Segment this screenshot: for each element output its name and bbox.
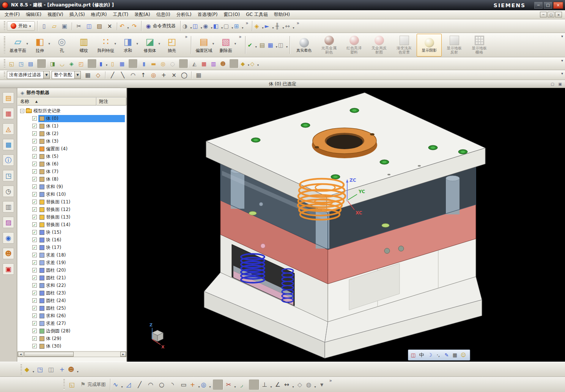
sketch-environment-icon[interactable]: ◱ — [67, 379, 77, 390]
display-constraints-icon[interactable]: ◍ — [305, 379, 316, 390]
tree-row[interactable]: 求差 (27) — [17, 320, 126, 327]
toolbar-handle[interactable] — [4, 21, 5, 31]
selection-scope-combo[interactable]: 整个装配 ▼ — [52, 71, 81, 79]
measure-tool-icon[interactable]: ◫ — [278, 40, 288, 50]
chain-tool-icon[interactable]: ◌ — [168, 59, 177, 68]
thread-button[interactable]: ▥ 螺纹 — [73, 34, 95, 56]
checkbox-icon[interactable] — [32, 276, 37, 280]
cut-icon[interactable]: ✂ — [74, 21, 84, 31]
tree-row[interactable]: 体 (0) — [17, 115, 126, 122]
toolbar-icon[interactable] — [117, 22, 117, 30]
floor-reflection-button[interactable]: 显示地板反射 — [442, 34, 467, 57]
tree-row[interactable]: 替换面 (12) — [17, 206, 126, 213]
overflow-chevron[interactable]: » — [185, 33, 187, 39]
visualization-icon[interactable]: ◈ — [254, 21, 264, 31]
circle-icon[interactable]: ○ — [156, 379, 167, 390]
checkbox-icon[interactable] — [32, 245, 37, 250]
angle-constraint-icon[interactable]: ∠ — [272, 379, 283, 390]
status-pane-icon[interactable]: ▢ — [549, 81, 556, 87]
combo-arrow-icon[interactable]: ▼ — [43, 71, 49, 79]
tree-row[interactable]: 替换面 (11) — [17, 198, 126, 206]
toolbar-handle[interactable] — [20, 364, 22, 375]
ruler-icon[interactable]: ↔ — [285, 21, 294, 31]
window-tile-icon[interactable]: ◫ — [46, 364, 56, 375]
toolbar-icon[interactable] — [230, 59, 238, 68]
show-shadow-button[interactable]: 显示阴影 — [417, 34, 442, 57]
tree-row[interactable]: 体 (29) — [17, 335, 126, 342]
part-families-icon[interactable]: ▥ — [209, 59, 218, 68]
true-shading-button[interactable]: 真实着色 — [291, 34, 316, 57]
snap-midpoint-icon[interactable]: ╲ — [118, 70, 127, 80]
checkbox-icon[interactable] — [32, 146, 37, 151]
arc-icon[interactable]: ◠ — [145, 379, 156, 390]
checkbox-icon[interactable] — [32, 154, 37, 159]
fillet-icon[interactable]: ◝ — [167, 379, 178, 390]
fit-view-icon[interactable]: ◉ — [203, 21, 212, 31]
menu-assemblies[interactable]: 装配(A) — [131, 10, 153, 19]
sketch-tool-icon[interactable] — [213, 379, 223, 390]
unite-button[interactable]: ◨ 求和 — [117, 34, 139, 56]
reuse-library-icon[interactable]: ▩ — [3, 139, 14, 150]
menu-edit[interactable]: 编辑(E) — [23, 10, 44, 19]
menu-preferences[interactable]: 首选项(P) — [195, 10, 221, 19]
checkbox-icon[interactable] — [32, 268, 37, 272]
checkbox-icon[interactable] — [32, 283, 37, 288]
copy-icon[interactable]: ◫ — [85, 21, 94, 31]
checkbox-icon[interactable] — [32, 116, 37, 121]
constraint-navigator-icon[interactable]: ▦ — [3, 108, 14, 119]
overflow-chevron[interactable]: » — [329, 377, 332, 383]
new-window-icon[interactable]: ⊞ — [234, 21, 243, 31]
team-roles-icon[interactable]: ☻ — [68, 364, 79, 375]
snap-icon[interactable] — [191, 71, 192, 79]
wcs-icon[interactable]: ◆ — [241, 59, 249, 68]
pane-icon[interactable]: ▢ — [223, 21, 233, 31]
line-icon[interactable]: ╱ — [134, 379, 145, 390]
checkbox-icon[interactable] — [32, 336, 37, 341]
annotation-grid-icon[interactable]: ▦ — [200, 59, 208, 68]
capsule-tool-icon[interactable]: ▬ — [149, 59, 158, 68]
graphics-viewport[interactable]: ZC YC XC Z X ◫中☽·,✎▦☺ — [127, 88, 565, 362]
tree-row[interactable]: 体 (1) — [17, 122, 126, 130]
toolbar-handle[interactable] — [63, 379, 65, 390]
menu-gc-toolbox[interactable]: GC 工具箱 — [243, 10, 271, 19]
toolbar-icon[interactable] — [129, 59, 137, 68]
cube-view-icon[interactable]: ◧ — [213, 21, 223, 31]
pattern-feature-button[interactable]: ∷ 阵列特征 — [95, 34, 117, 56]
grid-tool-icon[interactable]: ▦ — [268, 40, 277, 50]
layer-settings-icon[interactable]: ▤ — [26, 59, 35, 68]
toolbar-handle[interactable] — [4, 59, 5, 68]
snap-pole-icon[interactable]: ↑ — [138, 70, 148, 80]
redo-icon[interactable]: ↷ — [130, 21, 139, 31]
tree-row[interactable]: 体 (8) — [17, 175, 126, 183]
expression-table-icon[interactable]: ▦ — [118, 59, 126, 68]
checkbox-icon[interactable] — [32, 200, 37, 204]
hole-button[interactable]: ◎ 孔 — [51, 34, 73, 56]
undo-icon[interactable]: ↶ — [120, 21, 129, 31]
trim-body-button[interactable]: ◪ 修剪体 — [139, 34, 161, 56]
extrude-button[interactable]: ◧ 拉伸 — [29, 34, 51, 56]
restore-button[interactable]: □ — [544, 2, 552, 9]
ime-smiley-icon[interactable]: ☺ — [460, 351, 467, 359]
cylinder-tool-icon[interactable]: ▮ — [140, 59, 148, 68]
tree-row[interactable]: 边倒圆 (28) — [17, 327, 126, 335]
start-button[interactable]: 开始 — [7, 21, 35, 31]
tree-row[interactable]: 体 (2) — [17, 130, 126, 137]
checkbox-icon[interactable] — [32, 184, 37, 189]
toolbar-icon[interactable] — [88, 59, 96, 68]
floor-grid-button[interactable]: 显示地板栅格 — [467, 34, 492, 57]
revolve-small-icon[interactable]: ▯ — [108, 59, 117, 68]
column-header-name[interactable]: 名称 ▲ — [17, 98, 96, 105]
checkbox-icon[interactable] — [32, 131, 37, 136]
tree-row[interactable]: 替换面 (13) — [17, 213, 126, 221]
scrollbar-thumb[interactable] — [24, 352, 74, 357]
checkbox-icon[interactable] — [32, 291, 37, 295]
tree-row[interactable]: 圆柱 (21) — [17, 274, 126, 282]
quick-trim-icon[interactable]: ✂ — [225, 379, 236, 390]
snap-center-icon[interactable]: ◎ — [149, 70, 158, 80]
tree-row[interactable]: 圆柱 (20) — [17, 266, 126, 274]
new-component-icon[interactable]: ◆ — [24, 364, 34, 375]
ok-check-icon[interactable]: ✔ — [247, 40, 257, 50]
ime-keyboard-icon[interactable]: ▦ — [451, 351, 459, 359]
tree-row[interactable]: 求和 (22) — [17, 282, 126, 289]
scroll-left-icon[interactable] — [18, 352, 24, 357]
